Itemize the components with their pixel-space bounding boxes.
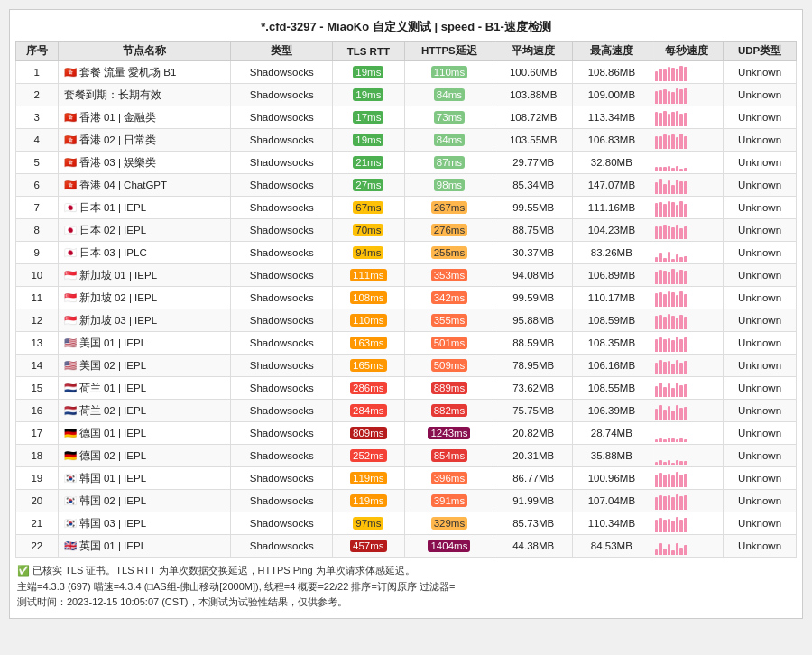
cell-avg: 20.82MB [494,422,573,445]
col-avg: 平均速度 [494,42,573,61]
cell-https: 396ms [404,467,494,490]
cell-avg: 91.99MB [494,490,573,512]
page-title: *.cfd-3297 - MiaoKo 自定义测试 | speed - B1-速… [15,15,797,41]
table-row: 6🇭🇰 香港 04 | ChatGPTShadowsocks27ms98ms85… [16,174,797,197]
cell-avg: 73.62MB [494,377,573,400]
table-row: 18🇩🇪 德国 02 | IEPLShadowsocks252ms854ms20… [16,445,797,467]
cell-name: 🇺🇸 美国 01 | IEPL [58,332,231,355]
cell-max: 83.26MB [573,242,651,264]
cell-https: 87ms [404,152,494,174]
cell-bar [651,287,723,309]
cell-bar [651,467,723,490]
cell-tls: 809ms [333,422,404,445]
cell-name: 🇸🇬 新加坡 01 | IEPL [58,264,231,287]
cell-type: Shadowsocks [231,129,333,152]
cell-id: 18 [16,445,59,467]
cell-avg: 103.88MB [494,84,573,106]
table-row: 12🇸🇬 新加坡 03 | IEPLShadowsocks110ms355ms9… [16,309,797,332]
cell-max: 113.34MB [573,106,651,129]
table-row: 3🇭🇰 香港 01 | 金融类Shadowsocks17ms73ms108.72… [16,106,797,129]
cell-max: 108.59MB [573,309,651,332]
table-row: 22🇬🇧 英国 01 | IEPLShadowsocks457ms1404ms4… [16,535,797,558]
cell-max: 106.16MB [573,355,651,377]
cell-id: 8 [16,219,59,242]
cell-tls: 284ms [333,400,404,422]
cell-udp: Unknown [724,332,797,355]
footer-line1: ✅ 已核实 TLS 证书。TLS RTT 为单次数据交换延迟，HTTPS Pin… [17,563,795,579]
cell-udp: Unknown [724,445,797,467]
cell-tls: 19ms [333,84,404,106]
cell-type: Shadowsocks [231,174,333,197]
cell-bar [651,84,723,106]
cell-name: 🇰🇷 韩国 01 | IEPL [58,467,231,490]
cell-name: 🇯🇵 日本 02 | IEPL [58,219,231,242]
cell-max: 100.96MB [573,467,651,490]
cell-avg: 86.77MB [494,467,573,490]
cell-udp: Unknown [724,535,797,558]
cell-bar [651,152,723,174]
footer-line2: 主端=4.3.3 (697) 喵速=4.3.4 (□AS组-佛山移动[2000M… [17,579,795,595]
cell-https: 1404ms [404,535,494,558]
cell-https: 84ms [404,129,494,152]
cell-https: 501ms [404,332,494,355]
cell-avg: 103.55MB [494,129,573,152]
cell-type: Shadowsocks [231,61,333,84]
cell-tls: 108ms [333,287,404,309]
cell-type: Shadowsocks [231,242,333,264]
cell-bar [651,400,723,422]
cell-avg: 29.77MB [494,152,573,174]
cell-id: 16 [16,400,59,422]
cell-bar [651,332,723,355]
cell-name: 🇯🇵 日本 03 | IPLC [58,242,231,264]
cell-tls: 94ms [333,242,404,264]
table-row: 4🇭🇰 香港 02 | 日常类Shadowsocks19ms84ms103.55… [16,129,797,152]
cell-https: 73ms [404,106,494,129]
cell-https: 98ms [404,174,494,197]
table-row: 2套餐到期：长期有效Shadowsocks19ms84ms103.88MB109… [16,84,797,106]
cell-tls: 70ms [333,219,404,242]
cell-type: Shadowsocks [231,355,333,377]
cell-udp: Unknown [724,467,797,490]
cell-avg: 30.37MB [494,242,573,264]
cell-bar [651,264,723,287]
cell-tls: 110ms [333,309,404,332]
cell-bar [651,512,723,535]
cell-tls: 119ms [333,490,404,512]
cell-udp: Unknown [724,400,797,422]
col-udp: UDP类型 [724,42,797,61]
cell-type: Shadowsocks [231,467,333,490]
table-row: 7🇯🇵 日本 01 | IEPLShadowsocks67ms267ms99.5… [16,197,797,219]
main-container: *.cfd-3297 - MiaoKo 自定义测试 | speed - B1-速… [9,9,803,619]
cell-udp: Unknown [724,84,797,106]
cell-udp: Unknown [724,174,797,197]
cell-type: Shadowsocks [231,535,333,558]
cell-bar [651,197,723,219]
table-row: 17🇩🇪 德国 01 | IEPLShadowsocks809ms1243ms2… [16,422,797,445]
cell-id: 1 [16,61,59,84]
cell-bar [651,490,723,512]
cell-name: 🇭🇰 套餐 流量 愛机场 B1 [58,61,231,84]
table-row: 8🇯🇵 日本 02 | IEPLShadowsocks70ms276ms88.7… [16,219,797,242]
cell-id: 13 [16,332,59,355]
cell-tls: 67ms [333,197,404,219]
cell-tls: 19ms [333,129,404,152]
cell-tls: 163ms [333,332,404,355]
cell-max: 106.39MB [573,400,651,422]
cell-max: 110.34MB [573,512,651,535]
cell-avg: 108.72MB [494,106,573,129]
cell-max: 109.00MB [573,84,651,106]
cell-https: 329ms [404,512,494,535]
table-row: 21🇰🇷 韩国 03 | IEPLShadowsocks97ms329ms85.… [16,512,797,535]
col-max: 最高速度 [573,42,651,61]
cell-id: 11 [16,287,59,309]
cell-type: Shadowsocks [231,84,333,106]
cell-name: 🇳🇱 荷兰 01 | IEPL [58,377,231,400]
cell-https: 854ms [404,445,494,467]
cell-name: 🇭🇰 香港 03 | 娱樂类 [58,152,231,174]
cell-id: 2 [16,84,59,106]
cell-udp: Unknown [724,197,797,219]
cell-id: 12 [16,309,59,332]
cell-udp: Unknown [724,242,797,264]
cell-https: 391ms [404,490,494,512]
cell-udp: Unknown [724,512,797,535]
